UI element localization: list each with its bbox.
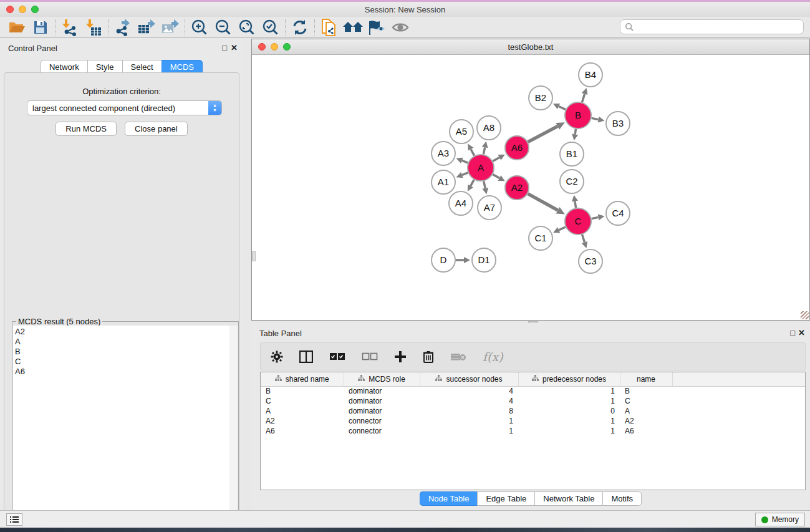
node-A4[interactable]: A4: [449, 191, 473, 215]
edge-C-C3[interactable]: [582, 235, 585, 242]
zoom-fit-icon[interactable]: [235, 18, 259, 37]
open-folder-icon[interactable]: [5, 18, 29, 37]
search-input[interactable]: [634, 22, 803, 31]
mcds-result-item[interactable]: A: [15, 337, 229, 347]
export-image-icon[interactable]: [158, 18, 182, 37]
edge-C-C1[interactable]: [559, 227, 566, 230]
export-table-icon[interactable]: [135, 18, 158, 37]
unselect-all-columns-icon[interactable]: [362, 352, 378, 361]
node-A1[interactable]: A1: [432, 170, 455, 194]
node-A2[interactable]: A2: [505, 176, 529, 200]
table-row[interactable]: Bdominator41B: [261, 386, 805, 396]
tab-motifs[interactable]: Motifs: [602, 491, 642, 506]
close-panel-icon[interactable]: ✕: [231, 44, 238, 52]
edge-A-A7[interactable]: [484, 181, 485, 188]
export-network-icon[interactable]: [111, 18, 135, 37]
mcds-result-list[interactable]: A2ABCA6: [13, 326, 230, 531]
add-column-icon[interactable]: [394, 351, 407, 363]
select-all-columns-icon[interactable]: [329, 352, 345, 361]
float-window-icon[interactable]: □: [790, 329, 795, 337]
node-C[interactable]: C: [565, 208, 591, 235]
edge-B-B2[interactable]: [559, 107, 566, 110]
edge-B-B1[interactable]: [575, 129, 576, 135]
node-A[interactable]: A: [468, 155, 494, 181]
close-panel-icon[interactable]: ✕: [798, 329, 805, 337]
node-B[interactable]: B: [565, 102, 591, 128]
edge-A-A3[interactable]: [462, 160, 468, 163]
task-history-button[interactable]: [6, 513, 22, 526]
tab-network-table[interactable]: Network Table: [534, 491, 602, 506]
zoom-out-icon[interactable]: [211, 18, 235, 37]
table-row[interactable]: A6connector11A6: [261, 426, 805, 436]
column-header-MCDS-role[interactable]: MCDS role: [344, 372, 420, 386]
memory-button[interactable]: Memory: [755, 513, 805, 526]
table-row[interactable]: Cdominator41C: [261, 396, 805, 406]
network-canvas[interactable]: ABCA6A2A1A3A4A5A7A8B1B2B3B4C1C2C3C4DD1: [252, 55, 809, 320]
node-A7[interactable]: A7: [478, 196, 501, 220]
mcds-result-item[interactable]: C: [15, 357, 229, 367]
import-network-icon[interactable]: [58, 18, 82, 37]
table-row[interactable]: Adominator80A: [261, 406, 805, 416]
delete-table-icon[interactable]: [450, 352, 466, 362]
column-header-predecessor-nodes[interactable]: predecessor nodes: [518, 372, 620, 386]
column-header-name[interactable]: name: [620, 372, 672, 386]
node-B4[interactable]: B4: [579, 63, 602, 87]
left-splitter-grip[interactable]: [252, 251, 256, 261]
node-B3[interactable]: B3: [606, 112, 630, 135]
table-settings-icon[interactable]: [271, 351, 283, 363]
float-window-icon[interactable]: □: [222, 44, 227, 52]
node-C4[interactable]: C4: [606, 201, 630, 225]
edge-A6-B[interactable]: [528, 126, 558, 142]
node-C2[interactable]: C2: [560, 170, 584, 193]
show-hide-icon[interactable]: [388, 18, 412, 37]
node-D1[interactable]: D1: [472, 248, 496, 272]
column-header-shared-name[interactable]: shared name: [261, 372, 344, 386]
zoom-in-icon[interactable]: [188, 18, 211, 37]
node-A3[interactable]: A3: [432, 142, 455, 165]
node-table[interactable]: shared nameMCDS rolesuccessor nodesprede…: [260, 372, 806, 490]
node-C3[interactable]: C3: [579, 249, 602, 273]
node-A8[interactable]: A8: [477, 116, 501, 140]
edge-A-A2[interactable]: [493, 175, 499, 178]
edge-A-A8[interactable]: [483, 147, 485, 154]
run-mcds-button[interactable]: Run MCDS: [55, 122, 117, 136]
tab-node-table[interactable]: Node Table: [420, 491, 478, 506]
home-network-icon[interactable]: [341, 18, 365, 37]
edge-C-C2[interactable]: [575, 201, 576, 208]
edge-A-A6[interactable]: [493, 157, 499, 161]
save-icon[interactable]: [29, 18, 52, 37]
mcds-result-item[interactable]: B: [15, 347, 229, 357]
delete-column-icon[interactable]: [423, 350, 434, 363]
column-layout-icon[interactable]: [299, 351, 313, 363]
resize-grip-icon[interactable]: [801, 311, 809, 319]
import-table-icon[interactable]: [82, 18, 105, 37]
edge-A-A5[interactable]: [471, 149, 475, 155]
node-A5[interactable]: A5: [450, 120, 473, 143]
tab-edge-table[interactable]: Edge Table: [477, 491, 534, 506]
style-preview-icon[interactable]: [365, 18, 388, 37]
function-builder-icon[interactable]: f(x): [483, 350, 503, 364]
refresh-layout-icon[interactable]: [288, 18, 312, 37]
table-row[interactable]: A2connector11A2: [261, 416, 805, 426]
zoom-selected-icon[interactable]: [259, 18, 282, 37]
optimization-criterion-select[interactable]: largest connected component (directed) ▲…: [27, 100, 222, 115]
mcds-result-item[interactable]: A6: [15, 367, 229, 377]
result-scrollbar[interactable]: [229, 326, 238, 531]
edge-A-A4[interactable]: [471, 180, 475, 186]
node-B1[interactable]: B1: [560, 142, 584, 166]
edge-A2-C[interactable]: [528, 194, 558, 210]
search-field[interactable]: [620, 19, 804, 34]
network-graph[interactable]: ABCA6A2A1A3A4A5A7A8B1B2B3B4C1C2C3C4DD1: [252, 55, 809, 320]
edge-C-C4[interactable]: [592, 217, 599, 218]
copy-network-icon[interactable]: [317, 18, 341, 37]
edge-B-B3[interactable]: [592, 118, 599, 119]
node-D[interactable]: D: [432, 248, 455, 272]
node-A6[interactable]: A6: [505, 136, 529, 160]
edge-A-A1[interactable]: [462, 173, 468, 175]
edge-B-B4[interactable]: [582, 94, 584, 102]
column-header-successor-nodes[interactable]: successor nodes: [420, 372, 518, 386]
node-B2[interactable]: B2: [529, 86, 552, 110]
mcds-result-item[interactable]: A2: [15, 327, 229, 337]
close-panel-button[interactable]: Close panel: [125, 122, 188, 136]
network-window-titlebar[interactable]: testGlobe.txt: [252, 39, 809, 55]
